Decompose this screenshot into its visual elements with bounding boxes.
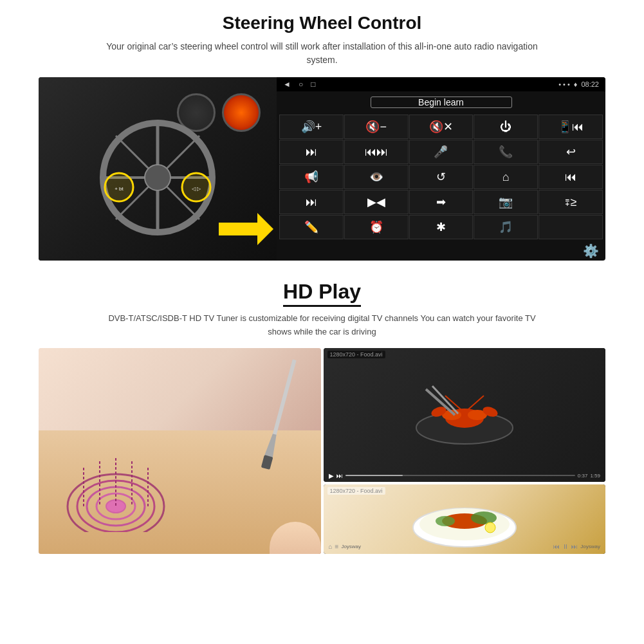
icon-grid: 🔊+ 🔇− 🔇✕ ⏻ 📱⏮ ⏭ ⏮⏭ 🎤 📞 ↩ 📢 👁️ ↺ ⌂ [277,113,605,241]
page-container: Steering Wheel Control Your original car… [0,0,644,560]
hd-play-title: HD Play [283,280,361,307]
video-grid: 1280x720 - Food.avi [39,348,605,554]
icon-broadcast[interactable]: 📢 [279,165,344,189]
android-nav-icons: ◄ ○ □ [283,80,315,89]
svg-point-39 [485,522,495,533]
gauge-right [222,93,261,132]
icon-bluetooth[interactable]: ✱ [409,215,474,239]
svg-text:◁ ▷: ◁ ▷ [192,186,201,192]
video-right-bottom[interactable]: 1280x720 - Food.avi [324,484,606,554]
home-nav-icon[interactable]: ○ [299,80,303,89]
icon-mic[interactable]: 🎤 [409,140,474,164]
steering-wheel-svg: + bt ◁ ▷ [97,116,219,241]
icon-phone[interactable]: 📞 [474,140,538,164]
begin-learn-button[interactable]: Begin learn [371,97,512,108]
svg-rect-21 [271,359,296,441]
video-bottom-label: 1280x720 - Food.avi [327,487,385,495]
icon-arrow-right[interactable]: ➡ [409,190,474,214]
android-topbar: ◄ ○ □ • • • ♦ 08:22 [277,77,605,91]
back-nav-icon[interactable]: ◄ [283,80,291,89]
svg-text:+  bt: + bt [115,186,124,192]
steering-photo: + bt ◁ ▷ [39,77,277,261]
progress-bar-top[interactable] [345,475,575,476]
begin-learn-label: Begin learn [418,97,464,107]
recents-nav-icon[interactable]: □ [311,80,315,89]
svg-point-37 [471,511,497,524]
list-bottom-icon: ≡ [335,543,339,550]
icon-pen[interactable]: ✏️ [279,215,344,239]
icon-skip-fwd[interactable]: ⏭ [279,190,344,214]
home-bottom-icon: ⌂ [329,543,333,550]
svg-rect-23 [261,455,273,470]
icon-hang-up[interactable]: ↩ [538,140,603,164]
hd-play-subtitle: DVB-T/ATSC/ISDB-T HD TV Tuner is customi… [104,312,541,339]
settings-icon[interactable]: ⚙️ [583,243,599,259]
signal-icon: • • • [558,80,570,88]
icon-skip-back[interactable]: ⏮ [538,165,603,189]
icon-home[interactable]: ⌂ [474,165,538,189]
video-left[interactable] [39,348,321,554]
play-icon-top[interactable]: ▶ [329,472,334,479]
prev-bottom-icon[interactable]: ⏮ [553,543,560,550]
bottom-icons-right: ⏮ ⏸ ⏭ Joysway [553,543,600,550]
lobster-visual-top: 1280x720 - Food.avi [324,348,606,482]
steering-wheel-area: + bt ◁ ▷ [39,77,277,261]
icon-clock[interactable]: ⏰ [344,215,409,239]
bottom-bar: ⌂ ≡ Joysway ⏮ ⏸ ⏭ Joysway [324,543,606,550]
android-status-bar: • • • ♦ 08:22 [558,80,599,88]
icon-empty [538,215,603,239]
icon-eq[interactable]: ⩱≥ [538,190,603,214]
video-controls-top: ▶ ⏭ 0:37 1:59 [324,472,606,479]
yellow-arrow [212,210,277,251]
svg-marker-10 [219,213,273,245]
bottom-icons-left: ⌂ ≡ Joysway [329,543,362,550]
time-display: 08:22 [581,80,599,88]
steering-image-container: + bt ◁ ▷ [39,77,605,261]
settings-row: ⚙️ [277,241,605,261]
icon-phone-prev[interactable]: 📱⏮ [538,115,603,139]
icon-music[interactable]: 🎵 [474,215,538,239]
location-icon: ♦ [574,80,578,88]
steering-section: Steering Wheel Control Your original car… [39,13,605,261]
icon-vol-up[interactable]: 🔊+ [279,115,344,139]
icon-360[interactable]: 👁️ [344,165,409,189]
video-top-label: 1280x720 - Food.avi [327,351,385,358]
icon-camera[interactable]: 📷 [474,190,538,214]
steering-title: Steering Wheel Control [39,13,605,33]
svg-line-31 [468,396,484,410]
next-bottom-icon[interactable]: ⏭ [571,543,578,550]
lobster-visual-bottom: 1280x720 - Food.avi [324,484,606,554]
icon-next[interactable]: ⏭ [279,140,344,164]
icon-vol-down[interactable]: 🔇− [344,115,409,139]
brand-text: Joysway [341,544,361,549]
onion-visual [39,348,321,554]
time-right-top: 1:59 [590,473,600,479]
icon-back[interactable]: ↺ [409,165,474,189]
time-left-top: 0:37 [578,473,588,479]
steering-subtitle: Your original car’s steering wheel contr… [97,40,547,67]
svg-point-5 [145,165,170,190]
icon-navigate[interactable]: ▶◀ [344,190,409,214]
android-screen: ◄ ○ □ • • • ♦ 08:22 Begin learn [277,77,605,261]
play-bottom-icon[interactable]: ⏸ [562,543,569,550]
brand-text2: Joysway [580,544,600,549]
hd-play-section: HD Play DVB-T/ATSC/ISDB-T HD TV Tuner is… [39,280,605,554]
icon-power[interactable]: ⏻ [474,115,538,139]
next-icon-top[interactable]: ⏭ [336,472,343,479]
icon-prev-next[interactable]: ⏮⏭ [344,140,409,164]
hd-title-wrapper: HD Play [39,280,605,312]
svg-point-38 [436,516,455,526]
icon-mute[interactable]: 🔇✕ [409,115,474,139]
video-right-top[interactable]: 1280x720 - Food.avi [324,348,606,482]
